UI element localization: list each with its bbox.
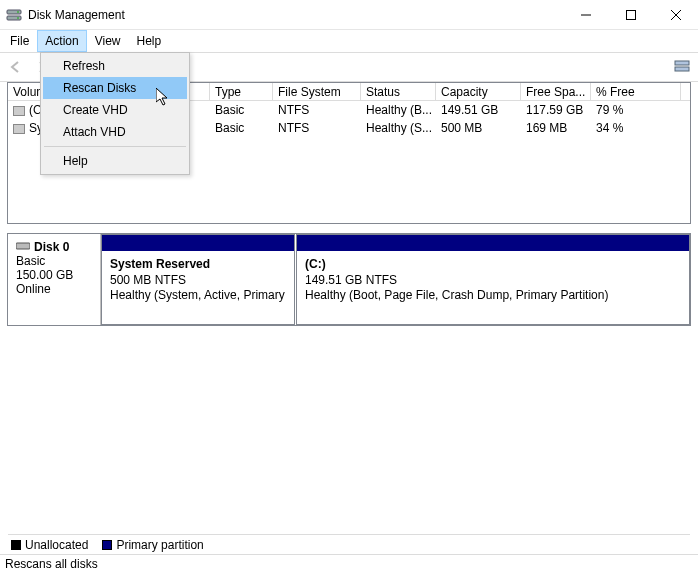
menu-help[interactable]: Help	[129, 30, 170, 52]
menu-bar: File Action View Help	[0, 30, 698, 52]
disk-type: Basic	[16, 254, 92, 268]
back-button[interactable]	[4, 55, 28, 79]
cell-capacity: 500 MB	[436, 121, 521, 135]
col-free-space[interactable]: Free Spa...	[521, 83, 591, 100]
legend-unallocated-label: Unallocated	[25, 538, 88, 552]
swatch-unallocated	[11, 540, 21, 550]
menu-view[interactable]: View	[87, 30, 129, 52]
title-bar: Disk Management	[0, 0, 698, 30]
menu-file[interactable]: File	[2, 30, 37, 52]
disk-name-row: Disk 0	[16, 240, 92, 254]
col-capacity[interactable]: Capacity	[436, 83, 521, 100]
window-title: Disk Management	[28, 8, 563, 22]
menu-attach-vhd[interactable]: Attach VHD	[43, 121, 187, 143]
cell-pfree: 79 %	[591, 103, 681, 117]
cell-fs: NTFS	[273, 121, 361, 135]
cell-free: 117.59 GB	[521, 103, 591, 117]
svg-line-6	[671, 10, 681, 20]
svg-rect-8	[675, 61, 689, 65]
cell-status: Healthy (S...	[361, 121, 436, 135]
menu-refresh[interactable]: Refresh	[43, 55, 187, 77]
cell-type: Basic	[210, 103, 273, 117]
partition-info: 149.51 GB NTFS	[305, 273, 681, 289]
empty-area	[7, 300, 691, 531]
menu-action[interactable]: Action	[37, 30, 86, 52]
svg-point-3	[17, 17, 19, 19]
legend-primary: Primary partition	[102, 538, 203, 552]
partition-info: 500 MB NTFS	[110, 273, 286, 289]
status-text: Rescans all disks	[5, 557, 98, 571]
swatch-primary	[102, 540, 112, 550]
volume-icon	[13, 106, 25, 116]
svg-point-2	[17, 11, 19, 13]
disk-size: 150.00 GB	[16, 268, 92, 282]
minimize-button[interactable]	[563, 0, 608, 30]
disk-name: Disk 0	[34, 240, 69, 254]
volume-icon	[13, 124, 25, 134]
status-bar: Rescans all disks	[0, 554, 698, 573]
svg-line-7	[671, 10, 681, 20]
col-filesystem[interactable]: File System	[273, 83, 361, 100]
legend-unallocated: Unallocated	[11, 538, 88, 552]
app-icon	[6, 7, 22, 23]
partition-name: (C:)	[305, 257, 681, 273]
partition-stripe	[102, 235, 294, 251]
svg-rect-10	[16, 243, 30, 249]
cell-type: Basic	[210, 121, 273, 135]
col-pct-free[interactable]: % Free	[591, 83, 681, 100]
cell-pfree: 34 %	[591, 121, 681, 135]
maximize-button[interactable]	[608, 0, 653, 30]
cell-free: 169 MB	[521, 121, 591, 135]
svg-rect-9	[675, 67, 689, 71]
mouse-cursor	[156, 88, 172, 111]
col-status[interactable]: Status	[361, 83, 436, 100]
svg-rect-5	[626, 10, 635, 19]
close-button[interactable]	[653, 0, 698, 30]
col-type[interactable]: Type	[210, 83, 273, 100]
disk-icon	[16, 240, 30, 254]
action-dropdown: Refresh Rescan Disks Create VHD Attach V…	[40, 52, 190, 175]
cell-fs: NTFS	[273, 103, 361, 117]
partition-stripe	[297, 235, 689, 251]
menu-separator	[44, 146, 186, 147]
toolbar-button[interactable]	[670, 55, 694, 79]
cell-status: Healthy (B...	[361, 103, 436, 117]
legend: Unallocated Primary partition	[8, 534, 690, 554]
partition-name: System Reserved	[110, 257, 286, 273]
legend-primary-label: Primary partition	[116, 538, 203, 552]
menu-action-help[interactable]: Help	[43, 150, 187, 172]
cell-capacity: 149.51 GB	[436, 103, 521, 117]
disk-status: Online	[16, 282, 92, 296]
